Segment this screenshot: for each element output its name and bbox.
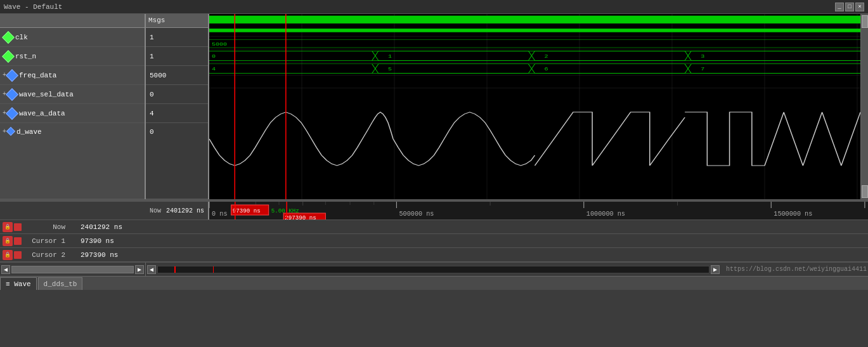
now-label-row: Now (24, 223, 65, 231)
window-controls[interactable]: _ □ × (835, 3, 864, 11)
now-value-row: 2401292 ns (81, 223, 122, 231)
svg-text:7: 7 (701, 67, 704, 72)
wave-hscroll-track[interactable] (157, 266, 709, 273)
signal-label-freq-data: freq_data (19, 72, 142, 79)
value-header: Msgs (146, 14, 208, 28)
cursor2-label: Cursor 2 (24, 251, 65, 259)
scroll-right-btn[interactable]: ▶ (135, 265, 144, 274)
svg-text:5: 5 (388, 67, 392, 72)
small-icon-3 (14, 251, 22, 259)
wave-viewer: clk rst_n + freq_data + wave_sel_data + … (0, 14, 868, 200)
lock-icon-3: 🔒 (3, 250, 13, 260)
svg-text:97390 ns: 97390 ns (233, 207, 261, 214)
signal-label-rst-n: rst_n (15, 53, 142, 60)
close-button[interactable]: × (855, 3, 864, 11)
svg-rect-14 (209, 16, 860, 23)
now-label: Now (150, 207, 161, 214)
small-icon-2 (14, 237, 22, 245)
bottom-scroll-bar: ◀ ▶ ◀ ▶ https://blog.csdn.net/weiyinggua… (0, 262, 868, 276)
cursor-now-icons: 🔒 (3, 222, 22, 232)
svg-text:1000000 ns: 1000000 ns (586, 211, 625, 218)
now-value: 2401292 ns (166, 207, 204, 214)
tab-wave-label: ≡ Wave (6, 280, 31, 288)
cursor1-value: 97390 ns (81, 237, 114, 245)
wave-hscroll[interactable]: ◀ ▶ https://blog.csdn.net/weiyingguai441… (146, 263, 868, 276)
signal-icon-freq-data (6, 69, 18, 82)
svg-rect-0 (209, 14, 860, 199)
svg-text:297390 ns: 297390 ns (285, 214, 316, 219)
scroll-left-btn[interactable]: ◀ (1, 265, 10, 274)
svg-text:500000 ns: 500000 ns (399, 211, 434, 218)
signal-icon-clk (2, 31, 15, 44)
wave-scroll-left-btn[interactable]: ◀ (147, 265, 156, 274)
value-wave-sel-data: 0 (146, 85, 208, 104)
cursor1-icons: 🔒 (3, 236, 22, 246)
signal-row-d-wave[interactable]: + d_wave (0, 123, 145, 199)
timeline-container: Now 2401292 ns 0 ns 500000 ns 1000000 ns… (0, 200, 868, 219)
cursor1-scrollbar-indicator (174, 266, 176, 273)
maximize-button[interactable]: □ (845, 3, 854, 11)
signal-header (0, 14, 145, 28)
signal-row-wave-a-data[interactable]: + wave_a_data (0, 104, 145, 123)
status-url: https://blog.csdn.net/weiyingguai4411 (726, 266, 867, 273)
signal-icon-d-wave (6, 127, 15, 136)
waveform-area[interactable]: 5000 0 1 2 (209, 14, 868, 199)
svg-text:1500000 ns: 1500000 ns (774, 211, 812, 218)
cursor1-row: 🔒 Cursor 1 97390 ns (0, 234, 868, 248)
cursor2-icons: 🔒 (3, 250, 22, 260)
value-clk: 1 (146, 28, 208, 47)
minimize-button[interactable]: _ (835, 3, 844, 11)
cursor-now-row: 🔒 Now 2401292 ns (0, 220, 868, 234)
signal-icon-rst-n (2, 50, 15, 63)
signal-panel: clk rst_n + freq_data + wave_sel_data + … (0, 14, 146, 199)
value-wave-a-data: 4 (146, 104, 208, 123)
waveform-scroll[interactable]: 5000 0 1 2 (209, 14, 860, 199)
timeline-left-spacer: Now 2401292 ns (0, 202, 209, 219)
value-d-wave: 0 (146, 123, 208, 199)
svg-text:5000: 5000 (212, 42, 227, 47)
signal-row-rst-n[interactable]: rst_n (0, 47, 145, 66)
title-text: Wave - Default (4, 3, 62, 11)
tab-d-dds-tb-label: d_dds_tb (44, 280, 77, 288)
signal-row-wave-sel-data[interactable]: + wave_sel_data (0, 85, 145, 104)
svg-rect-15 (209, 29, 860, 32)
tab-d-dds-tb[interactable]: d_dds_tb (38, 277, 83, 290)
cursor2-scrollbar-indicator (213, 266, 214, 273)
signal-label-wave-a-data: wave_a_data (19, 110, 142, 117)
signal-label-wave-sel-data: wave_sel_data (19, 91, 142, 98)
cursor1-label: Cursor 1 (24, 237, 65, 245)
signal-icon-wave-sel-data (6, 88, 18, 101)
small-icon-1 (14, 223, 22, 231)
lock-icon-1: 🔒 (3, 222, 13, 232)
svg-text:0 ns: 0 ns (212, 211, 227, 218)
svg-text:1: 1 (388, 54, 392, 59)
timeline-ruler[interactable]: 0 ns 500000 ns 1000000 ns 1500000 ns 973… (209, 202, 868, 219)
hscroll-track[interactable] (11, 266, 134, 273)
value-freq-data: 5000 (146, 66, 208, 85)
signal-row-freq-data[interactable]: + freq_data (0, 66, 145, 85)
signal-icon-wave-a-data (6, 107, 18, 120)
signal-row-clk[interactable]: clk (0, 28, 145, 47)
lock-icon-2: 🔒 (3, 236, 13, 246)
cursor2-row: 🔒 Cursor 2 297390 ns (0, 248, 868, 262)
value-panel: Msgs 1 1 5000 0 4 0 (146, 14, 209, 199)
value-rst-n: 1 (146, 47, 208, 66)
signal-label-d-wave: d_wave (16, 128, 142, 136)
vertical-scrollbar[interactable] (860, 14, 868, 199)
svg-text:4: 4 (212, 67, 216, 72)
bottom-tabs: ≡ Wave d_dds_tb (0, 276, 868, 290)
svg-text:2: 2 (545, 54, 548, 59)
tab-wave[interactable]: ≡ Wave (0, 277, 37, 290)
cursor-info-panel: 🔒 Now 2401292 ns 🔒 Cursor 1 97390 ns 🔒 C… (0, 219, 868, 262)
waveform-svg: 5000 0 1 2 (209, 14, 860, 199)
svg-text:3: 3 (701, 54, 704, 59)
cursor2-value: 297390 ns (81, 251, 118, 259)
title-bar: Wave - Default _ □ × (0, 0, 868, 14)
wave-scroll-right-btn[interactable]: ▶ (711, 265, 720, 274)
svg-text:0: 0 (212, 54, 216, 59)
expand-icon-d-wave: + (3, 128, 6, 135)
left-hscroll[interactable]: ◀ ▶ (0, 263, 146, 276)
signal-label-clk: clk (15, 34, 142, 41)
svg-text:6: 6 (545, 67, 548, 72)
